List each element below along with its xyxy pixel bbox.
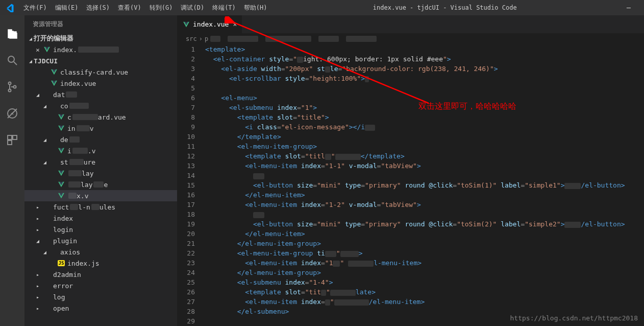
code-line[interactable]: </el-menu-item-group> — [205, 268, 644, 277]
code-content[interactable]: <template> <el-container style="ight: 60… — [202, 44, 644, 326]
line-number: 5 — [178, 83, 195, 93]
code-editor[interactable]: 1234567891011121314151617181920212223242… — [178, 44, 644, 326]
code-line[interactable]: </el-menu-item-group> — [205, 239, 644, 248]
line-number: 27 — [178, 297, 195, 307]
breadcrumb-item[interactable]: p — [205, 35, 208, 42]
code-line[interactable]: <i class="el-icon-message"></i — [205, 122, 644, 132]
tree-folder[interactable]: ▸index — [24, 213, 177, 224]
tree-folder[interactable]: ▸open — [24, 302, 177, 314]
menu-item[interactable]: 终端(T) — [208, 4, 240, 12]
tree-label: fuct — [53, 203, 69, 211]
tree-folder[interactable]: ▸error — [24, 280, 177, 291]
chevron-icon: ▸ — [35, 306, 41, 311]
code-line[interactable]: <template slot="titl"</template> — [205, 151, 644, 161]
code-line[interactable]: <template slot="title"> — [205, 112, 644, 122]
source-control-icon[interactable] — [6, 81, 18, 93]
code-line[interactable]: <el-container style="ight: 600px; border… — [205, 54, 644, 64]
menu-item[interactable]: 查看(V) — [114, 4, 145, 12]
code-line[interactable]: <el-menu> — [205, 93, 644, 103]
line-number: 7 — [178, 103, 195, 112]
tree-label: de — [60, 136, 68, 144]
breadcrumb[interactable]: src › p — [178, 33, 644, 44]
code-line[interactable]: </template> — [205, 132, 644, 142]
tree-file[interactable]: classify-card.vue — [24, 66, 177, 78]
vue-file-icon — [57, 180, 65, 189]
tree-file[interactable]: laye — [24, 179, 177, 190]
tree-file[interactable]: inv — [24, 123, 177, 134]
tree-label: i — [67, 147, 71, 155]
code-line[interactable] — [205, 83, 644, 93]
tree-folder[interactable]: ◢axios — [24, 246, 177, 258]
code-line[interactable]: <el-menu-item index="1-2" v-modal="tabVi… — [205, 200, 644, 209]
tree-label: log — [53, 293, 65, 301]
line-number: 9 — [178, 122, 195, 132]
tree-folder[interactable]: ◢plugin — [24, 235, 177, 246]
menu-item[interactable]: 文件(F) — [19, 4, 51, 12]
code-line[interactable]: <el-menu-item-group ti"> — [205, 248, 644, 258]
code-line[interactable]: <el-button size="mini" type="primary" ro… — [205, 219, 644, 229]
editor-tabs: index.vue × — [178, 15, 644, 33]
menu-item[interactable]: 编辑(E) — [51, 4, 83, 12]
tree-file[interactable]: ×index. — [24, 44, 177, 55]
menu-item[interactable]: 帮助(H) — [240, 4, 271, 12]
code-line[interactable] — [205, 171, 644, 180]
code-line[interactable]: <el-menu-item index="1-1" v-modal="tabVi… — [205, 161, 644, 171]
tree-folder[interactable]: ▸fuctl-nules — [24, 201, 177, 213]
menu-item[interactable]: 转到(G) — [145, 4, 177, 12]
tree-label: classify-card.vue — [60, 68, 128, 76]
code-line[interactable]: </el-menu-item> — [205, 190, 644, 200]
tree-section[interactable]: ◢打开的编辑器 — [24, 33, 177, 44]
menu-item[interactable]: 选择(S) — [82, 4, 114, 12]
vue-file-icon — [43, 45, 51, 54]
extensions-icon[interactable] — [6, 134, 18, 146]
code-line[interactable]: <el-submenu index="1-4"> — [205, 277, 644, 287]
tree-file[interactable]: x.v — [24, 190, 177, 201]
search-icon[interactable] — [6, 54, 18, 66]
tree-folder[interactable]: ▸d2admin — [24, 269, 177, 280]
chevron-icon: ◢ — [35, 238, 41, 244]
debug-icon[interactable] — [6, 107, 18, 120]
close-icon[interactable]: × — [35, 46, 41, 54]
js-file-icon: JS — [57, 259, 65, 267]
tree-folder[interactable]: ◢dat — [24, 89, 177, 100]
explorer-icon[interactable] — [6, 28, 18, 40]
line-number: 11 — [178, 142, 195, 151]
vue-file-icon — [57, 124, 65, 132]
line-number: 3 — [178, 64, 195, 74]
minimize-button[interactable]: ─ — [618, 4, 639, 12]
tree-file[interactable]: i.v — [24, 145, 177, 156]
tree-folder[interactable]: ▸log — [24, 291, 177, 302]
code-line[interactable]: <el-menu-item-group> — [205, 142, 644, 151]
code-line[interactable]: <el-scrollbar style="height:100%"> — [205, 74, 644, 83]
code-line[interactable]: <el-button size="mini" type="primary" ro… — [205, 180, 644, 190]
tree-section[interactable]: ◢TJDCUI — [24, 55, 177, 66]
tree-folder[interactable]: ◢sture — [24, 156, 177, 168]
tree-file[interactable]: lay — [24, 168, 177, 179]
tree-file[interactable]: card.vue — [24, 111, 177, 123]
line-number: 6 — [178, 93, 195, 103]
vue-file-icon — [57, 113, 65, 121]
breadcrumb-item[interactable]: src — [186, 35, 197, 42]
tree-folder[interactable]: ◢co — [24, 100, 177, 111]
line-number: 8 — [178, 112, 195, 122]
line-number: 17 — [178, 200, 195, 209]
code-line[interactable]: </el-menu-item> — [205, 229, 644, 239]
code-line[interactable]: <template> — [205, 44, 644, 54]
tree-file[interactable]: JSindex.js — [24, 258, 177, 269]
tree-folder[interactable]: ▸login — [24, 224, 177, 235]
tree-file[interactable]: index.vue — [24, 78, 177, 89]
tree-folder[interactable]: ◢de — [24, 134, 177, 145]
code-line[interactable]: <el-submenu index="1"> — [205, 103, 644, 112]
code-line[interactable]: <el-aside width="200px" stle="background… — [205, 64, 644, 74]
code-line[interactable]: <el-menu-item index="/el-menu-item> — [205, 297, 644, 307]
line-number: 23 — [178, 258, 195, 268]
svg-line-1 — [14, 62, 17, 65]
menu-item[interactable]: 调试(D) — [177, 4, 208, 12]
tab-index-vue[interactable]: index.vue × — [178, 15, 242, 33]
tree-label: index. — [53, 46, 77, 54]
close-icon[interactable]: × — [233, 20, 237, 28]
code-line[interactable]: <template slot="tit"late> — [205, 287, 644, 297]
line-number: 12 — [178, 151, 195, 161]
code-line[interactable] — [205, 209, 644, 219]
code-line[interactable]: <el-menu-item index="1" l-menu-item> — [205, 258, 644, 268]
